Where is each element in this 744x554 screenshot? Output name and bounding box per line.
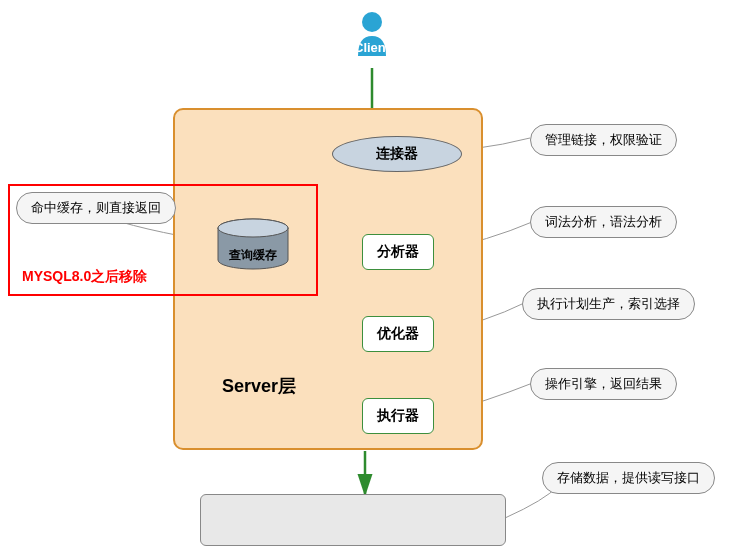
executor-label: 执行器	[377, 407, 419, 425]
storage-box	[200, 494, 506, 546]
connector-node: 连接器	[332, 136, 462, 172]
svg-point-6	[362, 12, 382, 32]
cache-desc: 命中缓存，则直接返回	[16, 192, 176, 224]
optimizer-node: 优化器	[362, 316, 434, 352]
connector-label: 连接器	[376, 145, 418, 163]
analyzer-desc: 词法分析，语法分析	[530, 206, 677, 238]
optimizer-label: 优化器	[377, 325, 419, 343]
client-icon: Client	[352, 8, 392, 68]
analyzer-label: 分析器	[377, 243, 419, 261]
analyzer-node: 分析器	[362, 234, 434, 270]
client-label: Client	[354, 40, 390, 55]
executor-node: 执行器	[362, 398, 434, 434]
server-layer-label: Server层	[222, 374, 296, 398]
storage-desc: 存储数据，提供读写接口	[542, 462, 715, 494]
connector-desc: 管理链接，权限验证	[530, 124, 677, 156]
executor-desc: 操作引擎，返回结果	[530, 368, 677, 400]
optimizer-desc: 执行计划生产，索引选择	[522, 288, 695, 320]
cache-removed-note: MYSQL8.0之后移除	[22, 268, 147, 286]
